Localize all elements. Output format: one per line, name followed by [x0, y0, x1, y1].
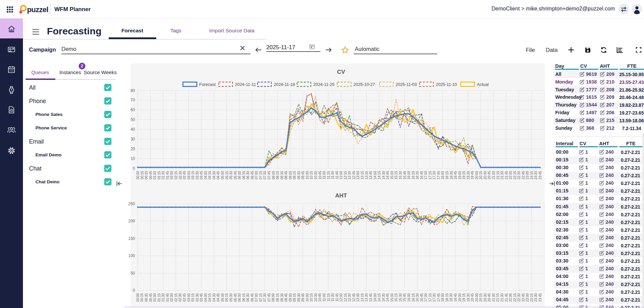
svg-text:08:00: 08:00 [272, 293, 275, 302]
svg-text:19:45: 19:45 [471, 171, 474, 179]
svg-text:14:00: 14:00 [373, 293, 377, 302]
svg-text:250: 250 [128, 202, 135, 206]
svg-text:08:30: 08:30 [280, 293, 284, 302]
svg-text:23:00: 23:00 [526, 171, 529, 179]
svg-text:08:15: 08:15 [276, 171, 279, 179]
svg-text:12:00: 12:00 [339, 171, 343, 179]
svg-text:07:30: 07:30 [263, 293, 267, 302]
svg-text:21:30: 21:30 [500, 171, 504, 179]
svg-text:17:45: 17:45 [437, 171, 440, 179]
svg-text:00:00: 00:00 [136, 293, 140, 302]
svg-text:09:00: 09:00 [289, 293, 292, 302]
svg-text:16:00: 16:00 [407, 171, 411, 179]
svg-text:09:15: 09:15 [293, 171, 296, 179]
svg-text:15:00: 15:00 [390, 171, 394, 179]
svg-text:20:30: 20:30 [483, 293, 487, 302]
svg-text:03:30: 03:30 [195, 293, 199, 302]
svg-text:01:45: 01:45 [166, 293, 169, 302]
svg-text:50: 50 [131, 117, 135, 122]
svg-text:02:30: 02:30 [179, 171, 182, 179]
svg-text:00:30: 00:30 [144, 171, 148, 179]
svg-text:20:15: 20:15 [479, 293, 483, 302]
svg-text:05:30: 05:30 [229, 171, 233, 179]
svg-text:05:00: 05:00 [221, 171, 224, 179]
svg-text:23:00: 23:00 [526, 293, 529, 302]
svg-text:70: 70 [131, 98, 135, 102]
svg-text:00:00: 00:00 [136, 171, 140, 179]
svg-text:08:15: 08:15 [276, 293, 279, 302]
svg-text:15:15: 15:15 [394, 171, 398, 179]
svg-text:30: 30 [131, 137, 135, 142]
svg-text:04:00: 04:00 [204, 171, 208, 179]
svg-text:22:00: 22:00 [509, 171, 512, 179]
svg-text:200: 200 [128, 219, 135, 223]
svg-text:10:15: 10:15 [310, 293, 313, 302]
svg-text:05:00: 05:00 [221, 293, 224, 302]
svg-text:09:00: 09:00 [289, 171, 292, 179]
svg-text:19:00: 19:00 [458, 171, 462, 179]
svg-text:22:15: 22:15 [513, 293, 517, 302]
svg-text:0: 0 [133, 288, 135, 293]
svg-text:03:00: 03:00 [187, 171, 191, 179]
svg-text:10:45: 10:45 [318, 171, 322, 179]
svg-text:13:00: 13:00 [356, 171, 360, 179]
svg-text:04:00: 04:00 [204, 293, 208, 302]
svg-text:00:15: 00:15 [140, 171, 144, 179]
svg-text:12:45: 12:45 [352, 293, 356, 302]
svg-text:11:30: 11:30 [331, 171, 334, 179]
svg-text:18:30: 18:30 [450, 293, 453, 302]
svg-text:04:30: 04:30 [212, 171, 216, 179]
svg-text:01:15: 01:15 [157, 293, 161, 302]
svg-text:03:00: 03:00 [187, 293, 191, 302]
svg-text:00:30: 00:30 [144, 293, 148, 302]
svg-text:20: 20 [131, 147, 135, 151]
svg-text:02:30: 02:30 [179, 293, 182, 302]
svg-text:18:00: 18:00 [441, 171, 445, 179]
svg-text:16:30: 16:30 [415, 171, 419, 179]
svg-text:07:30: 07:30 [263, 171, 267, 179]
svg-text:19:00: 19:00 [458, 293, 462, 302]
svg-text:22:15: 22:15 [513, 171, 517, 179]
svg-text:11:45: 11:45 [335, 171, 339, 179]
svg-text:22:45: 22:45 [521, 293, 525, 302]
svg-text:09:30: 09:30 [297, 293, 301, 302]
svg-text:60: 60 [131, 107, 135, 112]
svg-text:19:45: 19:45 [471, 293, 474, 302]
svg-text:01:00: 01:00 [153, 293, 157, 302]
svg-text:50: 50 [131, 271, 135, 276]
svg-text:14:15: 14:15 [377, 293, 381, 302]
svg-text:21:00: 21:00 [492, 293, 495, 302]
svg-text:08:30: 08:30 [280, 171, 284, 179]
svg-text:00:15: 00:15 [140, 293, 144, 302]
svg-text:14:30: 14:30 [382, 171, 385, 179]
svg-text:20:45: 20:45 [487, 171, 491, 179]
svg-text:13:45: 13:45 [369, 293, 373, 302]
svg-text:02:00: 02:00 [170, 171, 173, 179]
svg-text:03:30: 03:30 [195, 171, 199, 179]
svg-text:03:15: 03:15 [191, 171, 195, 179]
svg-text:21:15: 21:15 [496, 293, 500, 302]
svg-text:01:30: 01:30 [161, 171, 165, 179]
svg-text:05:30: 05:30 [229, 293, 233, 302]
svg-text:15:30: 15:30 [399, 293, 402, 302]
svg-text:22:30: 22:30 [517, 171, 521, 179]
svg-text:03:45: 03:45 [199, 171, 203, 179]
svg-text:15:45: 15:45 [403, 171, 407, 179]
svg-text:13:30: 13:30 [365, 293, 369, 302]
svg-text:11:15: 11:15 [327, 293, 330, 302]
svg-text:19:15: 19:15 [462, 171, 466, 179]
svg-text:18:45: 18:45 [454, 171, 457, 179]
svg-text:02:15: 02:15 [174, 293, 178, 302]
svg-text:11:45: 11:45 [335, 293, 339, 302]
svg-text:20:00: 20:00 [475, 293, 479, 302]
svg-text:21:00: 21:00 [492, 171, 495, 179]
svg-text:13:45: 13:45 [369, 171, 373, 179]
svg-text:40: 40 [131, 127, 135, 132]
svg-text:2024-11-25: 2024-11-25 [313, 82, 334, 87]
svg-text:01:45: 01:45 [166, 171, 169, 179]
svg-text:22:00: 22:00 [509, 293, 512, 302]
svg-text:80: 80 [131, 88, 135, 93]
svg-text:16:45: 16:45 [420, 293, 424, 302]
svg-text:12:15: 12:15 [344, 293, 347, 302]
svg-text:23:15: 23:15 [530, 293, 534, 302]
